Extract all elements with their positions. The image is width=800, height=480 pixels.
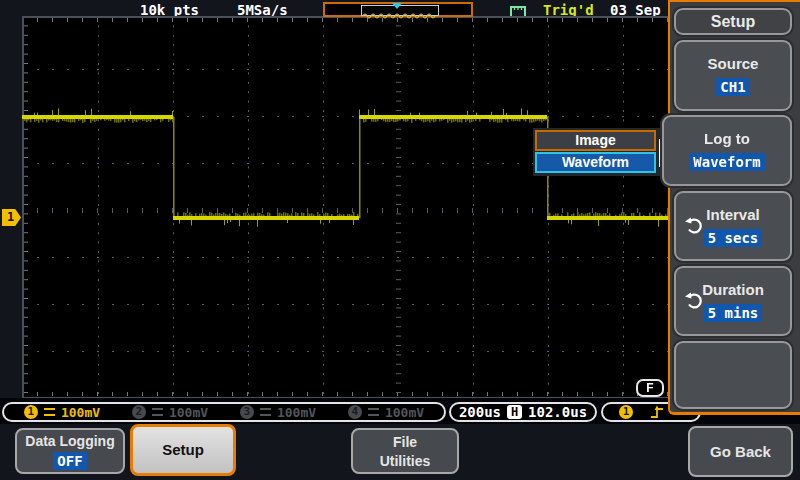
- file-utilities-button[interactable]: File Utilities: [351, 428, 459, 474]
- dc-coupling-icon: [152, 408, 163, 416]
- duration-value: 5 mins: [704, 304, 763, 322]
- dropdown-scrollbar[interactable]: [659, 139, 661, 167]
- data-logging-button[interactable]: Data Logging OFF: [15, 428, 125, 474]
- delay-time-icon: H: [507, 405, 522, 419]
- data-logging-value: OFF: [53, 452, 86, 470]
- channel-4-badge: 4: [348, 405, 362, 419]
- channel-2-scale: 100mV: [169, 405, 208, 420]
- dc-coupling-icon: [44, 408, 55, 416]
- setup-button-label: Setup: [162, 442, 204, 458]
- channel-status-box[interactable]: 1 100mV 2 100mV 3 100mV 4 100mV: [2, 402, 446, 422]
- source-value: CH1: [716, 78, 749, 96]
- log-to-dropdown: Image Waveform: [533, 128, 663, 176]
- trigger-source-badge: 1: [619, 405, 633, 419]
- dc-coupling-icon: [260, 408, 271, 416]
- duration-label: Duration: [702, 281, 764, 298]
- channel-4-scale: 100mV: [385, 405, 424, 420]
- log-to-button[interactable]: Log to Waveform: [662, 115, 792, 186]
- setup-button[interactable]: Setup: [130, 424, 236, 476]
- channel-2-status[interactable]: 2 100mV: [132, 405, 208, 420]
- delay-readout: 102.0us: [528, 404, 587, 420]
- log-to-value: Waveform: [689, 153, 764, 171]
- channel-3-status[interactable]: 3 100mV: [240, 405, 316, 420]
- knob-icon: [684, 216, 704, 236]
- channel-3-scale: 100mV: [277, 405, 316, 420]
- source-label: Source: [708, 55, 759, 72]
- scope-canvas: [22, 16, 676, 398]
- timebase-readout: 200us: [459, 404, 501, 420]
- sidebar-title: Setup: [674, 8, 792, 35]
- channel-1-badge: 1: [24, 405, 38, 419]
- horizontal-status-box[interactable]: 200us H 102.0us: [449, 402, 597, 422]
- go-back-label: Go Back: [710, 444, 771, 460]
- file-utilities-line1: File: [393, 434, 417, 450]
- channel-3-badge: 3: [240, 405, 254, 419]
- go-back-button[interactable]: Go Back: [688, 426, 793, 477]
- interval-label: Interval: [706, 206, 759, 223]
- fine-adjust-badge: F: [636, 379, 664, 397]
- duration-button[interactable]: Duration 5 mins: [674, 266, 792, 336]
- data-logging-label: Data Logging: [25, 433, 114, 449]
- empty-softkey-button[interactable]: [674, 341, 792, 409]
- rising-edge-icon: [649, 404, 665, 420]
- channel-4-status[interactable]: 4 100mV: [348, 405, 424, 420]
- dropdown-option-image[interactable]: Image: [535, 130, 656, 151]
- channel-2-badge: 2: [132, 405, 146, 419]
- oscilloscope-screen: 10k pts 5MSa/s Trig'd 03 Sep 1 Image Wav…: [0, 0, 800, 480]
- trigger-position-marker-icon: [392, 3, 402, 9]
- dc-coupling-icon: [368, 408, 379, 416]
- channel-1-status[interactable]: 1 100mV: [24, 405, 100, 420]
- channel-1-marker[interactable]: 1: [2, 209, 21, 226]
- waveform-thumbnail-icon: [362, 11, 436, 20]
- file-utilities-line2: Utilities: [380, 453, 431, 469]
- channel-1-scale: 100mV: [61, 405, 100, 420]
- log-to-label: Log to: [704, 130, 750, 147]
- source-button[interactable]: Source CH1: [674, 40, 792, 111]
- interval-button[interactable]: Interval 5 secs: [674, 191, 792, 261]
- knob-icon: [684, 291, 704, 311]
- interval-value: 5 secs: [704, 229, 763, 247]
- dropdown-option-waveform[interactable]: Waveform: [535, 152, 656, 173]
